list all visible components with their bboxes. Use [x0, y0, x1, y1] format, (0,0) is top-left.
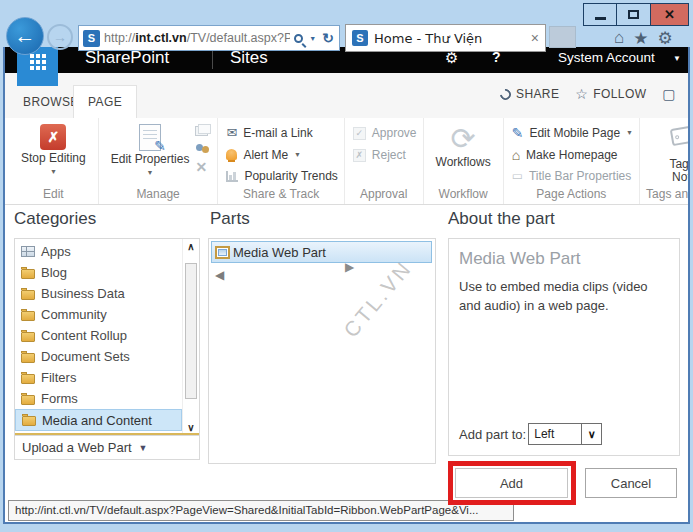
- back-button[interactable]: ←: [6, 17, 44, 55]
- gear-icon[interactable]: ⚙: [658, 28, 673, 49]
- approve-label: Approve: [372, 126, 417, 140]
- mobile-pencil-icon: ✎: [512, 125, 524, 141]
- category-item-document-sets[interactable]: Document Sets: [15, 346, 182, 367]
- scroll-up-icon[interactable]: ∧: [183, 241, 199, 252]
- focus-mode-icon[interactable]: ▢: [662, 86, 676, 102]
- sharepoint-brand: SharePoint: [85, 48, 169, 68]
- title-bar-properties-button[interactable]: ▭ Title Bar Properties: [510, 165, 633, 187]
- select-chevron-icon[interactable]: ∨: [581, 424, 601, 444]
- sites-link[interactable]: Sites: [230, 48, 268, 68]
- group-label-workflow: Workflow: [430, 187, 497, 204]
- maximize-button[interactable]: [617, 3, 651, 26]
- refresh-icon[interactable]: ↻: [322, 30, 334, 46]
- ribbon-group-page-actions: ✎ Edit Mobile Page ▼ ⌂ Make Homepage ▭ T…: [504, 118, 640, 204]
- categories-scrollbar[interactable]: ∧ ∨: [182, 239, 199, 435]
- tab-page[interactable]: PAGE: [73, 85, 137, 118]
- alert-me-button[interactable]: Alert Me ▼: [224, 144, 337, 166]
- app-launcher-grid-icon: [30, 54, 46, 70]
- browser-toolbar-icons: ⌂ ★ ⚙: [614, 28, 673, 49]
- category-label: Apps: [41, 244, 71, 259]
- about-heading: About the part: [448, 209, 555, 229]
- tab-close-icon[interactable]: ×: [531, 30, 539, 46]
- ribbon-group-share-track: ✉ E-mail a Link Alert Me ▼ Popularity Tr…: [218, 118, 344, 204]
- sharepoint-favicon: S: [83, 30, 100, 47]
- tags-notes-button[interactable]: Tags & Notes: [646, 122, 690, 187]
- popularity-trends-button[interactable]: Popularity Trends: [224, 165, 337, 187]
- category-item-apps[interactable]: Apps: [15, 241, 182, 262]
- make-homepage-label: Make Homepage: [526, 148, 617, 162]
- reject-button[interactable]: ✗ Reject: [351, 144, 417, 166]
- forward-button[interactable]: →: [47, 24, 73, 50]
- edit-properties-button[interactable]: ✎ Edit Properties ▼: [105, 122, 196, 178]
- follow-star-icon: ☆: [575, 86, 588, 102]
- edit-mobile-page-button[interactable]: ✎ Edit Mobile Page ▼: [510, 122, 633, 144]
- category-item-content-rollup[interactable]: Content Rollup: [15, 325, 182, 346]
- home-icon[interactable]: ⌂: [614, 28, 624, 49]
- share-label: SHARE: [516, 87, 559, 101]
- edit-properties-icon: ✎: [139, 124, 161, 151]
- favorites-star-icon[interactable]: ★: [633, 28, 648, 49]
- approve-check-icon: ✓: [353, 127, 366, 140]
- media-web-part-icon: [215, 246, 230, 259]
- follow-label: FOLLOW: [593, 87, 646, 101]
- folder-icon: [21, 290, 35, 300]
- upload-web-part-button[interactable]: Upload a Web Part ▼: [14, 436, 200, 460]
- title-bar-icon: ▭: [512, 169, 523, 183]
- category-item-forms[interactable]: Forms: [15, 388, 182, 409]
- delete-page-icon[interactable]: ✕: [195, 161, 211, 173]
- cancel-button[interactable]: Cancel: [585, 468, 677, 498]
- minimize-button[interactable]: [583, 3, 617, 26]
- about-part-description: Use to embed media clips (video and audi…: [459, 278, 669, 316]
- close-button[interactable]: ✕: [651, 3, 689, 26]
- versions-icon[interactable]: [195, 126, 208, 136]
- ribbon-group-workflow: ⟳ Workflows Workflow: [424, 118, 504, 204]
- account-menu[interactable]: System Account: [558, 50, 655, 65]
- share-button[interactable]: SHARE: [500, 87, 559, 101]
- category-item-blog[interactable]: Blog: [15, 262, 182, 283]
- category-item-business-data[interactable]: Business Data: [15, 283, 182, 304]
- permissions-icon[interactable]: [195, 142, 211, 155]
- stop-editing-button[interactable]: ✗ Stop Editing ▼: [15, 122, 92, 177]
- upload-caret-icon: ▼: [139, 443, 148, 453]
- categories-list: Apps Blog Business Data Community: [15, 241, 182, 431]
- category-item-media-and-content[interactable]: Media and Content: [15, 409, 182, 431]
- stop-editing-icon: ✗: [40, 124, 66, 150]
- workflow-arrows-icon: ⟳: [451, 124, 476, 154]
- email-link-button[interactable]: ✉ E-mail a Link: [224, 122, 337, 144]
- scrollbar-thumb[interactable]: [185, 263, 197, 399]
- follow-button[interactable]: ☆ FOLLOW: [575, 86, 646, 102]
- ribbon-group-tags-notes: Tags & Notes Tags and Notes: [640, 118, 690, 204]
- group-label-share-track: Share & Track: [224, 187, 337, 204]
- stop-editing-label: Stop Editing: [21, 152, 86, 166]
- search-icon[interactable]: [294, 34, 303, 43]
- workflows-button[interactable]: ⟳ Workflows: [430, 122, 497, 172]
- category-item-filters[interactable]: Filters: [15, 367, 182, 388]
- category-item-community[interactable]: Community: [15, 304, 182, 325]
- address-bar[interactable]: S http://int.ctl.vn/TV/default.aspx?Pa ▼…: [78, 25, 340, 51]
- browser-tab[interactable]: S Home - Thư Viện ×: [345, 24, 546, 52]
- stop-editing-caret-icon: ▼: [50, 168, 57, 175]
- make-homepage-button[interactable]: ⌂ Make Homepage: [510, 144, 633, 166]
- category-label: Document Sets: [41, 349, 130, 364]
- popularity-trends-label: Popularity Trends: [244, 169, 337, 183]
- scroll-down-icon[interactable]: ∨: [183, 422, 199, 433]
- categories-heading: Categories: [14, 209, 96, 229]
- address-caret-icon[interactable]: ▼: [309, 35, 316, 42]
- parts-heading: Parts: [210, 209, 250, 229]
- alert-me-caret-icon: ▼: [294, 151, 301, 158]
- new-tab-button[interactable]: [549, 26, 576, 48]
- add-part-to-select[interactable]: Left ∨: [528, 423, 602, 445]
- address-url[interactable]: http://int.ctl.vn/TV/default.aspx?Pa: [104, 31, 290, 45]
- edit-properties-caret-icon: ▼: [147, 169, 154, 176]
- account-caret-icon[interactable]: ▼: [673, 54, 681, 63]
- edit-mobile-caret-icon: ▼: [626, 129, 633, 136]
- upload-web-part-label: Upload a Web Part: [22, 440, 132, 455]
- bell-icon: [226, 149, 237, 160]
- edit-properties-label: Edit Properties: [111, 153, 190, 167]
- approve-button[interactable]: ✓ Approve: [351, 122, 417, 144]
- address-bar-icons: ▼ ↻: [294, 30, 334, 46]
- part-label: Media Web Part: [233, 245, 326, 260]
- parts-panel: Media Web Part ◀ ▶ CTL.VN: [208, 238, 436, 464]
- selection-underline: [15, 433, 199, 435]
- group-label-tags-notes: Tags and Notes: [646, 187, 690, 204]
